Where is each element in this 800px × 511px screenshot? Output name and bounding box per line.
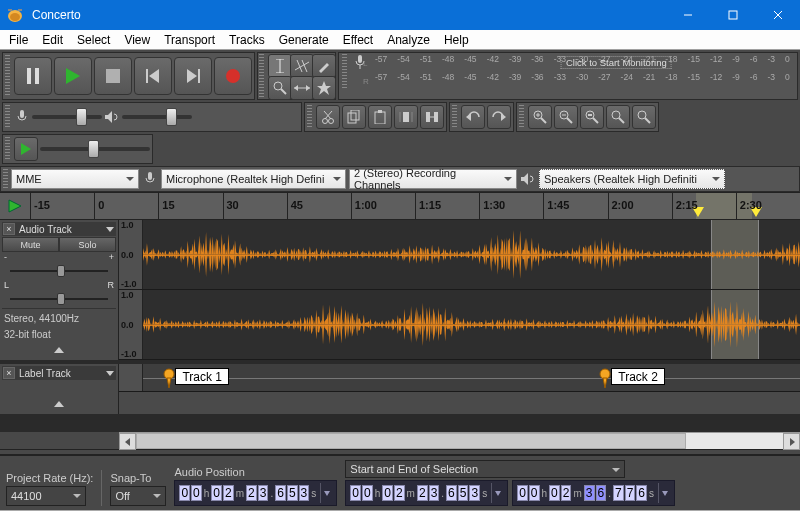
audio-position-field[interactable]: 00h02m23.653s xyxy=(174,480,337,506)
mixer-toolbar xyxy=(2,102,302,132)
selection-end-field[interactable]: 00h02m36.776s xyxy=(512,480,675,506)
solo-button[interactable]: Solo xyxy=(59,237,116,252)
rec-device-select[interactable]: Microphone (Realtek High Defini xyxy=(161,169,346,189)
zoom-in-button[interactable] xyxy=(528,105,552,129)
label-track: × Label Track Track 1Track 2 xyxy=(0,364,800,392)
menu-effect[interactable]: Effect xyxy=(336,32,380,48)
snap-to-select[interactable]: Off xyxy=(110,486,166,506)
window-title: Concerto xyxy=(32,8,665,22)
record-button[interactable] xyxy=(214,57,252,95)
multi-tool[interactable] xyxy=(312,76,336,100)
svg-rect-39 xyxy=(375,112,385,124)
toolbar-grip[interactable] xyxy=(307,105,312,129)
envelope-tool[interactable] xyxy=(290,54,314,78)
track-pan-slider[interactable] xyxy=(10,293,108,305)
toolbar-grip[interactable] xyxy=(5,105,10,129)
waveform-channel-right[interactable]: 1.0 0.0 -1.0 xyxy=(119,290,800,360)
audio-host-select[interactable]: MME xyxy=(11,169,139,189)
rec-meter-r[interactable]: -57-54-51-48-45-42-39-36-33-30-27-24-21-… xyxy=(371,72,794,90)
toolbar-grip[interactable] xyxy=(452,105,457,129)
svg-marker-63 xyxy=(21,143,31,155)
label-marker[interactable]: Track 1 xyxy=(163,368,229,388)
copy-button[interactable] xyxy=(342,105,366,129)
label-channel[interactable]: Track 1Track 2 xyxy=(119,364,800,392)
minimize-button[interactable] xyxy=(665,0,710,30)
silence-button[interactable] xyxy=(420,105,444,129)
rec-channels-select[interactable]: 2 (Stereo) Recording Channels xyxy=(349,169,517,189)
maximize-button[interactable] xyxy=(710,0,755,30)
fit-project-button[interactable] xyxy=(606,105,630,129)
menu-view[interactable]: View xyxy=(117,32,157,48)
stop-button[interactable] xyxy=(94,57,132,95)
svg-rect-11 xyxy=(106,69,120,83)
toolbar-grip[interactable] xyxy=(5,137,10,161)
svg-point-53 xyxy=(560,111,568,119)
toolbar-grip[interactable] xyxy=(5,55,10,97)
menu-generate[interactable]: Generate xyxy=(272,32,336,48)
zoom-out-button[interactable] xyxy=(554,105,578,129)
track-close-button[interactable]: × xyxy=(3,367,15,379)
toolbar-grip[interactable] xyxy=(342,54,347,90)
selection-start-field[interactable]: 00h02m23.653s xyxy=(345,480,508,506)
playback-speed-slider[interactable] xyxy=(40,147,150,151)
svg-line-58 xyxy=(593,118,598,123)
hscrollbar[interactable] xyxy=(119,432,800,449)
vert-scale[interactable]: 1.0 0.0 -1.0 xyxy=(119,220,143,289)
skip-start-button[interactable] xyxy=(134,57,172,95)
project-rate-select[interactable]: 44100 xyxy=(6,486,86,506)
menu-help[interactable]: Help xyxy=(437,32,476,48)
timeline-play-region[interactable] xyxy=(0,193,30,219)
toolbar-grip[interactable] xyxy=(259,54,264,98)
draw-tool[interactable] xyxy=(312,54,336,78)
track-collapse-button[interactable] xyxy=(2,343,116,358)
rec-meter-hint[interactable]: Click to Start Monitoring xyxy=(561,56,672,69)
zoom-toggle-button[interactable] xyxy=(632,105,656,129)
scroll-thumb[interactable] xyxy=(136,433,686,449)
menu-transport[interactable]: Transport xyxy=(157,32,222,48)
menu-analyze[interactable]: Analyze xyxy=(380,32,437,48)
close-button[interactable] xyxy=(755,0,800,30)
paste-button[interactable] xyxy=(368,105,392,129)
track-name[interactable]: Label Track xyxy=(17,368,103,379)
trim-button[interactable] xyxy=(394,105,418,129)
play-at-speed-button[interactable] xyxy=(14,137,38,161)
menu-select[interactable]: Select xyxy=(70,32,117,48)
cut-button[interactable] xyxy=(316,105,340,129)
selection-mode-select[interactable]: Start and End of Selection xyxy=(345,460,625,478)
mute-button[interactable]: Mute xyxy=(2,237,59,252)
track-info-format: 32-bit float xyxy=(2,327,116,343)
play-volume-slider[interactable] xyxy=(122,115,192,119)
redo-button[interactable] xyxy=(487,105,511,129)
svg-point-34 xyxy=(329,119,334,124)
skip-end-button[interactable] xyxy=(174,57,212,95)
undo-button[interactable] xyxy=(461,105,485,129)
track-close-button[interactable]: × xyxy=(3,223,15,235)
toolbar-grip[interactable] xyxy=(519,105,524,129)
track-name[interactable]: Audio Track xyxy=(17,224,103,235)
scroll-left-button[interactable] xyxy=(119,433,136,450)
svg-rect-15 xyxy=(198,69,200,83)
play-button[interactable] xyxy=(54,57,92,95)
track-collapse-button[interactable] xyxy=(0,392,119,414)
label-marker[interactable]: Track 2 xyxy=(599,368,665,388)
selection-tool[interactable] xyxy=(268,54,292,78)
vert-scale[interactable]: 1.0 0.0 -1.0 xyxy=(119,290,143,359)
svg-rect-37 xyxy=(348,113,356,123)
menu-file[interactable]: File xyxy=(2,32,35,48)
track-gain-slider[interactable] xyxy=(10,265,108,277)
play-device-select[interactable]: Speakers (Realtek High Definiti xyxy=(539,169,725,189)
timeline-ruler[interactable]: -1501530451:001:151:301:452:002:152:302:… xyxy=(0,192,800,220)
svg-marker-66 xyxy=(9,200,21,212)
fit-selection-button[interactable] xyxy=(580,105,604,129)
track-menu-button[interactable] xyxy=(105,368,115,378)
waveform-channel-left[interactable]: 1.0 0.0 -1.0 xyxy=(119,220,800,290)
pause-button[interactable] xyxy=(14,57,52,95)
menu-edit[interactable]: Edit xyxy=(35,32,70,48)
rec-volume-slider[interactable] xyxy=(32,115,102,119)
track-menu-button[interactable] xyxy=(105,224,115,234)
timeshift-tool[interactable] xyxy=(290,76,314,100)
menu-tracks[interactable]: Tracks xyxy=(222,32,272,48)
toolbar-grip[interactable] xyxy=(3,169,8,189)
scroll-right-button[interactable] xyxy=(783,433,800,450)
zoom-tool[interactable] xyxy=(268,76,292,100)
